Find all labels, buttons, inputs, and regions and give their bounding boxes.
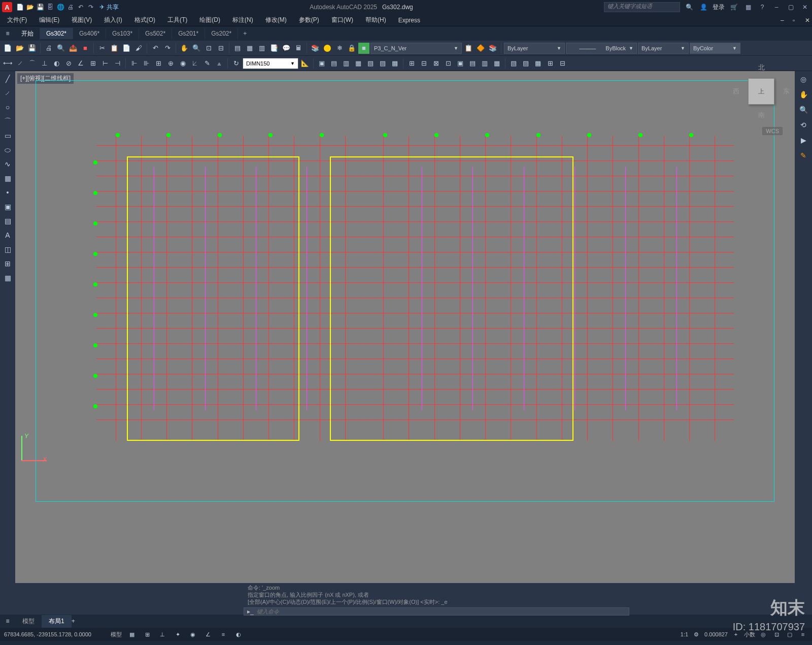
tb-tool-icon[interactable]: ▥ <box>256 43 267 54</box>
dim-aligned-icon[interactable]: ⟋ <box>14 58 25 69</box>
status-angle[interactable]: 0.000827 <box>704 631 728 637</box>
save-icon[interactable]: 💾 <box>36 3 45 12</box>
tb2-d-icon[interactable]: ▦ <box>353 58 364 69</box>
dimtedit-icon[interactable]: ⟁ <box>214 58 225 69</box>
tb-zoomw-icon[interactable]: ⊡ <box>203 43 214 54</box>
tb-pdf-icon[interactable]: ■ <box>80 43 91 54</box>
tb-cut-icon[interactable]: ✂ <box>96 43 108 54</box>
groupicon[interactable]: ▦ <box>2 272 13 283</box>
status-space[interactable]: 模型 <box>111 631 122 638</box>
navwheel-icon[interactable]: ◎ <box>797 73 809 85</box>
tb2-n-icon[interactable]: ▥ <box>479 58 490 69</box>
menu-edit[interactable]: 编辑(E) <box>34 15 64 25</box>
otrack-toggle-icon[interactable]: ∠ <box>203 629 213 639</box>
nav-showmotion-icon[interactable]: ▶ <box>797 134 809 146</box>
rectangle-icon[interactable]: ▭ <box>2 130 13 141</box>
dimstyle-dropdown[interactable]: DIMN150▼ <box>243 58 298 69</box>
dimupdate-icon[interactable]: ↻ <box>230 58 242 69</box>
layer-filter-dropdown[interactable]: P3_C_N_Ver▼ <box>370 43 462 54</box>
minimize-icon[interactable]: – <box>771 2 782 12</box>
block-icon[interactable]: ◫ <box>2 244 13 255</box>
region-icon[interactable]: ▣ <box>2 201 13 212</box>
viewcube-top[interactable]: 上 <box>748 78 774 105</box>
color-dropdown[interactable]: ByColor▼ <box>690 43 740 54</box>
drawing-canvas[interactable]: [+][俯视][二维线框] <box>15 71 795 583</box>
tb-save-icon[interactable]: 💾 <box>26 43 38 54</box>
polar-toggle-icon[interactable]: ✦ <box>173 629 183 639</box>
viewcube-e[interactable]: 东 <box>783 87 790 96</box>
tolerance-icon[interactable]: ⊞ <box>153 58 164 69</box>
help-icon[interactable]: ? <box>757 2 767 12</box>
layout-model[interactable]: 模型 <box>15 615 42 628</box>
layout-menu-icon[interactable]: ≡ <box>2 616 13 627</box>
viewcube-w[interactable]: 西 <box>733 87 739 96</box>
lineweight-dropdown[interactable]: ——— ByBlock▼ <box>566 43 637 54</box>
tb-copy-icon[interactable]: 📋 <box>109 43 120 54</box>
tb2-b-icon[interactable]: ▤ <box>328 58 340 69</box>
jogged-icon[interactable]: ⟀ <box>189 58 200 69</box>
close-icon[interactable]: ✕ <box>800 2 810 12</box>
dim-break-icon[interactable]: ⊪ <box>141 58 152 69</box>
osnap-toggle-icon[interactable]: ◉ <box>188 629 198 639</box>
layout-1[interactable]: 布局1 <box>42 615 72 628</box>
dim-angular-icon[interactable]: ∠ <box>75 58 86 69</box>
dim-linear-icon[interactable]: ⟷ <box>2 58 13 69</box>
dim-diameter-icon[interactable]: ⊘ <box>63 58 74 69</box>
cart-icon[interactable]: 🛒 <box>729 2 739 12</box>
tb-undo-icon[interactable]: ↶ <box>150 43 161 54</box>
doc-restore-icon[interactable]: ▫ <box>788 16 798 25</box>
tab-gs201[interactable]: Gs201* <box>172 28 205 39</box>
login-button[interactable]: 👤 <box>698 2 708 12</box>
nav-zoom-icon[interactable]: 🔍 <box>797 104 809 116</box>
circle-icon[interactable]: ○ <box>2 102 13 113</box>
tb-preview-icon[interactable]: 🔍 <box>55 43 66 54</box>
tb-markup-icon[interactable]: 💬 <box>281 43 292 54</box>
menu-view[interactable]: 视图(V) <box>66 15 97 25</box>
tb-layerprop-icon[interactable]: 📚 <box>310 43 321 54</box>
open-icon[interactable]: 📂 <box>25 3 35 12</box>
snap-toggle-icon[interactable]: ⊞ <box>142 629 152 639</box>
tab-gs302[interactable]: Gs302* <box>40 28 73 39</box>
tb2-a-icon[interactable]: ▣ <box>316 58 327 69</box>
apps-icon[interactable]: ▦ <box>743 2 753 12</box>
tb-qcalc-icon[interactable]: 🖩 <box>293 43 304 54</box>
search-icon[interactable]: 🔍 <box>684 2 694 12</box>
tb-layercolor-icon[interactable]: ■ <box>358 43 369 54</box>
dim-ord-icon[interactable]: ⊥ <box>39 58 50 69</box>
menu-param[interactable]: 参数(P) <box>294 15 324 25</box>
menu-dim[interactable]: 标注(N) <box>227 15 258 25</box>
tb-publish-icon[interactable]: 📤 <box>67 43 79 54</box>
doc-close-icon[interactable]: ✕ <box>800 16 810 25</box>
dim-continue-icon[interactable]: ⊣ <box>112 58 123 69</box>
tb2-e-icon[interactable]: ▧ <box>365 58 376 69</box>
mtext-icon[interactable]: A <box>2 230 13 241</box>
undo-icon[interactable]: ↶ <box>76 3 85 12</box>
tb2-p-icon[interactable]: ▧ <box>508 58 519 69</box>
tb2-j-icon[interactable]: ⊠ <box>430 58 442 69</box>
tb-zoomp-icon[interactable]: ⊟ <box>215 43 226 54</box>
grid-toggle-icon[interactable]: ▦ <box>127 629 137 639</box>
tb2-c-icon[interactable]: ▥ <box>341 58 352 69</box>
tb2-m-icon[interactable]: ▤ <box>467 58 478 69</box>
layer-dropdown[interactable]: ByLayer▼ <box>504 43 565 54</box>
table-icon[interactable]: ▤ <box>2 215 13 227</box>
viewcube-n[interactable]: 北 <box>758 63 765 72</box>
tb2-k-icon[interactable]: ⊡ <box>443 58 454 69</box>
menu-help[interactable]: 帮助(H) <box>360 15 391 25</box>
menu-express[interactable]: Express <box>393 16 425 25</box>
dim-quick-icon[interactable]: ⊞ <box>87 58 98 69</box>
add-layout-icon[interactable]: + <box>72 618 75 625</box>
dim-arc-icon[interactable]: ⌒ <box>26 58 38 69</box>
dimedit-icon[interactable]: ✎ <box>201 58 213 69</box>
tb2-t-icon[interactable]: ⊟ <box>557 58 568 69</box>
tb-match-icon[interactable]: 🖌 <box>133 43 144 54</box>
tab-gs103[interactable]: Gs103* <box>106 28 139 39</box>
transparency-icon[interactable]: ◐ <box>233 629 244 639</box>
web-icon[interactable]: 🌐 <box>56 3 65 12</box>
tab-start[interactable]: 开始 <box>15 27 40 40</box>
menu-format[interactable]: 格式(O) <box>129 15 160 25</box>
dim-baseline-icon[interactable]: ⊢ <box>99 58 111 69</box>
menu-modify[interactable]: 修改(M) <box>260 15 292 25</box>
tb-new-icon[interactable]: 📄 <box>2 43 13 54</box>
arc-icon[interactable]: ⌒ <box>2 116 13 127</box>
